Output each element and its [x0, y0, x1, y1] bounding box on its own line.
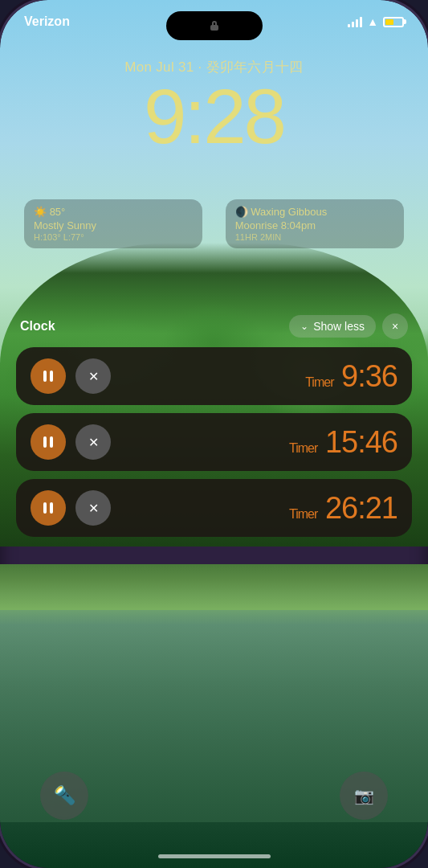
status-icons: ▲	[348, 15, 404, 28]
time-text: 9:28	[0, 78, 428, 155]
pause-icon-1	[43, 371, 53, 382]
phone-frame: Verizon ▲ Mon Jul	[0, 0, 428, 868]
timer-notification-2: ✕ Timer 15:46	[16, 413, 412, 471]
battery-icon	[383, 17, 404, 27]
close-icon: ×	[392, 320, 398, 333]
timer-pause-button-1[interactable]	[31, 358, 66, 394]
timer-notification-3: ✕ Timer 26:21	[16, 479, 412, 537]
camera-button[interactable]: 📷	[340, 772, 388, 820]
timer-label-1: Timer	[305, 375, 333, 389]
moon-icon: 🌒	[235, 206, 248, 218]
carrier-label: Verizon	[24, 14, 70, 29]
flashlight-button[interactable]: 🔦	[40, 772, 88, 820]
weather-condition: Mostly Sunny	[34, 219, 193, 231]
timer-notification-1: ✕ Timer 9:36	[16, 347, 412, 405]
timer-time-3: Timer 26:21	[120, 491, 397, 526]
home-indicator[interactable]	[158, 854, 271, 858]
signal-icon	[348, 16, 362, 27]
lock-icon	[210, 21, 218, 31]
cancel-icon-3: ✕	[88, 501, 99, 516]
timer-pause-button-3[interactable]	[31, 490, 66, 526]
camera-icon: 📷	[354, 786, 374, 805]
pause-icon-2	[43, 436, 53, 448]
notification-area: Clock ⌄ Show less ×	[16, 313, 412, 545]
timer-time-1: Timer 9:36	[120, 359, 397, 394]
timer-time-2: Timer 15:46	[120, 425, 397, 460]
notification-close-button[interactable]: ×	[382, 313, 408, 339]
bottom-controls: 🔦 📷	[0, 772, 428, 820]
chevron-down-icon: ⌄	[300, 321, 308, 332]
moonrise-text: Moonrise 8:04pm	[235, 219, 394, 231]
weather-widgets: ☀️ 85° Mostly Sunny H:103° L:77° 🌒 Waxin…	[24, 199, 404, 248]
timer-label-3: Timer	[289, 507, 317, 521]
timer-cancel-button-3[interactable]: ✕	[75, 490, 111, 526]
notification-app-name: Clock	[20, 319, 55, 334]
weather-sun-icon: ☀️	[34, 206, 47, 218]
weather-range: H:103° L:77°	[34, 232, 193, 242]
notification-header: Clock ⌄ Show less ×	[16, 313, 412, 339]
date-time-display: Mon Jul 31 · 癸卯年六月十四 9:28	[0, 58, 428, 155]
timer-cancel-button-2[interactable]: ✕	[75, 424, 111, 460]
flashlight-icon: 🔦	[54, 785, 75, 806]
moon-phase-text: 🌒 Waxing Gibbous	[235, 206, 394, 218]
dynamic-island	[166, 11, 263, 40]
show-less-button[interactable]: ⌄ Show less	[289, 315, 376, 338]
show-less-label: Show less	[313, 320, 365, 333]
weather-temp: ☀️ 85°	[34, 206, 193, 218]
timer-pause-button-2[interactable]	[31, 424, 66, 460]
cancel-icon-1: ✕	[88, 369, 99, 384]
cancel-icon-2: ✕	[88, 435, 99, 450]
wifi-icon: ▲	[367, 15, 378, 28]
timer-label-2: Timer	[289, 441, 317, 455]
screen-content: Verizon ▲ Mon Jul	[0, 0, 428, 868]
weather-widget-left: ☀️ 85° Mostly Sunny H:103° L:77°	[24, 199, 202, 248]
battery-fill	[385, 19, 393, 25]
notification-controls: ⌄ Show less ×	[289, 313, 408, 339]
pause-icon-3	[43, 502, 53, 514]
timer-cancel-button-1[interactable]: ✕	[75, 358, 111, 394]
moon-duration: 11HR 2MIN	[235, 232, 394, 242]
weather-widget-right: 🌒 Waxing Gibbous Moonrise 8:04pm 11HR 2M…	[226, 199, 404, 248]
